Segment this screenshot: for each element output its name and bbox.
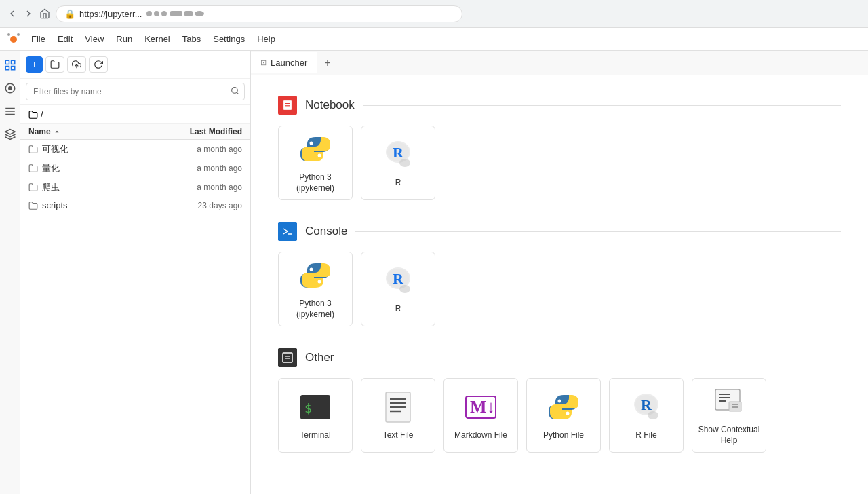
menu-view[interactable]: View <box>79 31 109 47</box>
upload-button[interactable] <box>67 56 86 73</box>
r-notebook-icon: R <box>380 137 416 172</box>
file-name: 可视化 <box>42 143 147 155</box>
svg-point-24 <box>399 159 410 167</box>
tab-launcher-label: Launcher <box>271 58 307 68</box>
lock-icon: 🔒 <box>64 9 75 19</box>
folder-icon <box>28 164 38 173</box>
r-notebook-card[interactable]: R R <box>361 126 435 200</box>
python3-console-card[interactable]: Python 3(ipykernel) <box>278 252 353 326</box>
new-tab-button[interactable]: + <box>317 52 337 75</box>
column-modified[interactable]: Last Modified <box>147 127 242 136</box>
terminal-card[interactable]: $_ Terminal <box>278 378 353 453</box>
refresh-button[interactable] <box>89 56 108 73</box>
r-notebook-label: R <box>395 178 401 189</box>
forward-button[interactable] <box>23 8 34 19</box>
launcher-tab[interactable]: ⊡ Launcher <box>251 52 317 73</box>
file-row[interactable]: 可视化 a month ago <box>20 140 250 159</box>
r-file-card[interactable]: R R File <box>609 378 684 453</box>
home-button[interactable] <box>39 8 50 19</box>
sidebar-icon-bar <box>0 51 20 494</box>
tab-launcher-icon: ⊡ <box>260 58 267 67</box>
menu-run[interactable]: Run <box>111 31 138 47</box>
python-file-card[interactable]: Python File <box>526 378 601 453</box>
svg-point-26 <box>310 268 313 271</box>
file-name: scripts <box>42 200 147 210</box>
svg-point-1 <box>7 33 10 36</box>
python3-notebook-label: Python 3(ipykernel) <box>296 172 334 193</box>
file-list: 可视化 a month ago 量化 a month ago 爬虫 a mont… <box>20 140 250 494</box>
svg-point-45 <box>566 412 570 415</box>
r-file-label: R File <box>635 430 656 441</box>
svg-point-49 <box>648 411 658 419</box>
sidebar-extension-icon[interactable] <box>1 126 19 143</box>
python3-notebook-card[interactable]: Python 3(ipykernel) <box>278 126 353 200</box>
other-section-header: Other <box>278 348 841 367</box>
section-divider <box>363 105 841 106</box>
svg-point-0 <box>10 36 17 43</box>
folder-icon <box>28 110 38 119</box>
new-button[interactable]: + + <box>26 56 43 73</box>
svg-rect-3 <box>5 60 9 64</box>
menu-help[interactable]: Help <box>252 31 281 47</box>
other-cards: $_ Terminal <box>278 378 841 453</box>
search-icon <box>231 86 239 97</box>
notebook-section-title: Notebook <box>305 98 355 112</box>
notebook-cards: Python 3(ipykernel) R R <box>278 126 841 200</box>
contextual-help-icon <box>711 384 747 419</box>
section-divider <box>342 358 841 358</box>
markdown-file-label: Markdown File <box>454 430 507 441</box>
tab-bar: ⊡ Launcher + <box>251 51 868 75</box>
file-modified: a month ago <box>147 183 242 192</box>
section-divider <box>355 231 841 232</box>
markdown-file-icon: M↓ <box>463 390 498 425</box>
console-section: Console Python 3(ipykern <box>278 222 841 326</box>
column-name-label: Name <box>28 127 51 136</box>
svg-text:R: R <box>393 270 404 287</box>
r-console-icon: R <box>380 263 416 299</box>
svg-line-14 <box>237 92 238 94</box>
svg-point-27 <box>318 280 321 284</box>
other-section: Other $_ Terminal <box>278 348 841 453</box>
markdown-file-card[interactable]: M↓ Markdown File <box>443 378 518 453</box>
notebook-section-header: Notebook <box>278 96 841 115</box>
python3-console-icon <box>298 258 333 293</box>
svg-rect-5 <box>11 66 14 70</box>
file-browser-panel: + + / <box>20 51 251 494</box>
text-file-card[interactable]: Text File <box>361 378 435 453</box>
svg-rect-32 <box>283 353 292 362</box>
column-name[interactable]: Name <box>28 127 147 136</box>
terminal-label: Terminal <box>300 430 330 441</box>
menu-kernel[interactable]: Kernel <box>139 31 176 47</box>
contextual-help-card[interactable]: Show Contextual Help <box>692 378 766 453</box>
address-bar[interactable]: 🔒 https://jupyterr... <box>56 5 462 22</box>
r-console-card[interactable]: R R <box>361 252 435 326</box>
sidebar-list-icon[interactable] <box>1 102 19 120</box>
other-section-title: Other <box>305 351 334 364</box>
other-section-icon <box>278 348 297 367</box>
file-row[interactable]: 爬虫 a month ago <box>20 178 250 197</box>
console-section-header: Console <box>278 222 841 241</box>
menu-file[interactable]: File <box>26 31 51 47</box>
menu-edit[interactable]: Edit <box>52 31 78 47</box>
file-row[interactable]: 量化 a month ago <box>20 159 250 178</box>
menu-settings[interactable]: Settings <box>208 31 250 47</box>
python3-notebook-icon <box>298 132 333 167</box>
search-bar <box>20 79 250 105</box>
svg-point-8 <box>8 87 12 90</box>
menu-tabs[interactable]: Tabs <box>177 31 206 47</box>
file-name: 爬虫 <box>42 181 147 193</box>
sidebar-run-icon[interactable] <box>1 79 19 97</box>
file-row[interactable]: scripts 23 days ago <box>20 197 250 214</box>
sidebar-files-icon[interactable] <box>1 56 19 74</box>
console-section-title: Console <box>305 225 347 238</box>
svg-rect-15 <box>283 101 291 110</box>
file-modified: 23 days ago <box>147 201 242 210</box>
svg-point-44 <box>558 400 561 403</box>
breadcrumb-path-text: / <box>41 109 43 119</box>
open-folder-button[interactable] <box>45 56 64 73</box>
contextual-help-label: Show Contextual Help <box>692 425 766 446</box>
url-text: https://jupyterr... <box>79 9 142 19</box>
back-button[interactable] <box>7 8 18 19</box>
app-body: + + / <box>0 51 868 494</box>
search-input[interactable] <box>26 83 245 100</box>
